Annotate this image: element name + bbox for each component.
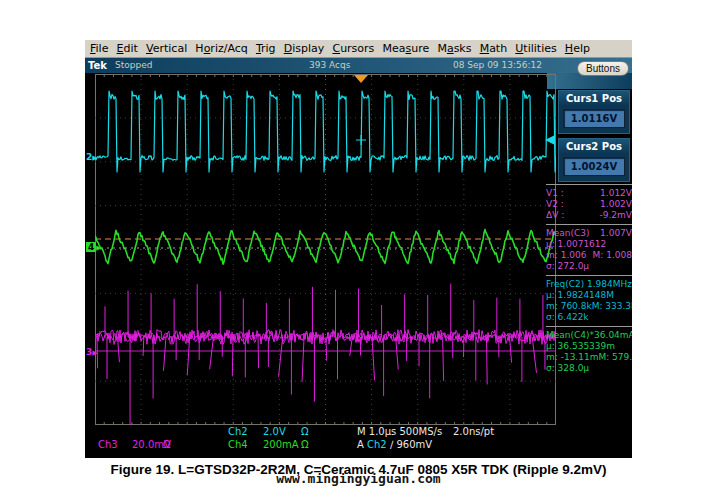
datetime: 08 Sep 09 13:56:12: [453, 60, 542, 70]
cursor1-title: Curs1 Pos: [559, 91, 629, 106]
ch3-coupling: Ω: [163, 439, 171, 450]
ch3-label: Ch3: [98, 439, 118, 450]
measurement-readouts: V1 :1.012V V2 :1.002V ΔV :-9.2mV Mean(C3…: [546, 181, 632, 374]
menu-display[interactable]: Display: [284, 42, 325, 55]
menu-file[interactable]: File: [90, 42, 108, 55]
ch4-marker[interactable]: 4▶: [86, 243, 102, 253]
marker-arrow-icon: ▶: [92, 349, 97, 357]
rising-edge-icon: ∕: [390, 439, 393, 450]
sample-resolution: 2.0ns/pt: [453, 426, 494, 437]
separator: [546, 184, 632, 185]
ch2-coupling: Ω: [301, 426, 309, 437]
ch3-marker[interactable]: 3▶: [86, 348, 98, 358]
buttons-button[interactable]: Buttons: [577, 61, 629, 76]
menu-horiz-acq[interactable]: Horiz/Acq: [195, 42, 247, 55]
menu-utilities[interactable]: Utilities: [515, 42, 556, 55]
cursor2-title: Curs2 Pos: [559, 139, 629, 154]
meas-freq-c2: Freq(C2)1.984MHz μ: 1.9824148M m: 760.8k…: [546, 279, 632, 323]
cursor2-position-field[interactable]: 1.0024V: [563, 157, 625, 176]
menu-cursors[interactable]: Cursors: [332, 42, 374, 55]
menu-edit[interactable]: Edit: [117, 42, 138, 55]
ch4-scale: 200mA: [263, 439, 299, 450]
timebase-readout: M 1.0μs 500MS/s: [357, 426, 442, 437]
meas-mean-c3: Mean(C3)1.007V μ: 1.0071612 m: 1.006M: 1…: [546, 228, 632, 272]
cursor-v2-row: V2 :1.002V: [546, 199, 632, 210]
menu-measure[interactable]: Measure: [382, 42, 429, 55]
acquisition-count: 393 Acqs: [309, 60, 350, 70]
menu-help[interactable]: Help: [565, 42, 590, 55]
cursor2-panel: Curs2 Pos 1.0024V: [558, 138, 630, 182]
ch2-scale: 2.0V: [263, 426, 286, 437]
marker-arrow-icon: ▶: [96, 244, 101, 252]
oscilloscope-window: File Edit Vertical Horiz/Acq Trig Displa…: [85, 40, 632, 458]
menu-trig[interactable]: Trig: [256, 42, 276, 55]
document-page: File Edit Vertical Horiz/Acq Trig Displa…: [0, 0, 717, 501]
menu-masks[interactable]: Masks: [437, 42, 471, 55]
trigger-readout: A Ch2 ∕ 960mV: [357, 439, 432, 450]
acquisition-state: Stopped: [115, 60, 152, 70]
menu-vertical[interactable]: Vertical: [146, 42, 187, 55]
cursor-v1-row: V1 :1.012V: [546, 188, 632, 199]
menu-bar: File Edit Vertical Horiz/Acq Trig Displa…: [85, 40, 632, 58]
separator: [546, 326, 632, 327]
ch4-label: Ch4: [228, 439, 248, 450]
waveform-graticule: [95, 74, 556, 425]
meas-mean-c4: Mean(C4)*36.04mA μ: 36.535339m m: -13.11…: [546, 330, 632, 374]
ch2-marker[interactable]: 2▶: [86, 153, 98, 163]
status-bar: Tek Stopped 393 Acqs 08 Sep 09 13:56:12: [85, 58, 632, 73]
scope-screen: 2▶ 4▶ 3▶ Curs1 Pos 1.0116V Curs2 Pos 1.0…: [85, 73, 632, 458]
separator: [546, 275, 632, 276]
marker-arrow-icon: ▶: [92, 154, 97, 162]
separator: [546, 224, 632, 225]
cursor-dv-row: ΔV :-9.2mV: [546, 210, 632, 221]
ch2-label: Ch2: [228, 426, 248, 437]
ch4-coupling: Ω: [301, 439, 309, 450]
menu-math[interactable]: Math: [480, 42, 508, 55]
cursor1-panel: Curs1 Pos 1.0116V: [558, 90, 630, 134]
tek-logo: Tek: [88, 60, 107, 71]
watermark-text: www.mingingyiguan.com: [276, 471, 440, 486]
cursor1-position-field[interactable]: 1.0116V: [563, 109, 625, 128]
